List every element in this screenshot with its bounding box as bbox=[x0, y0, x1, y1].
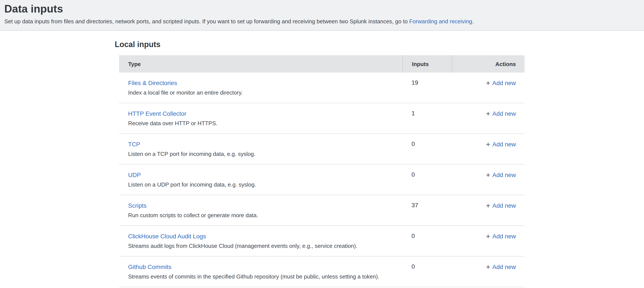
add-new-label: Add new bbox=[492, 110, 516, 117]
table-row: Github Commits Streams events of commits… bbox=[119, 256, 524, 287]
table-row: TCP Listen on a TCP port for incoming da… bbox=[119, 134, 524, 164]
table-row: UDP Listen on a UDP port for incoming da… bbox=[119, 164, 524, 195]
input-type-description: Streams events of commits in the specifi… bbox=[128, 273, 402, 281]
plus-icon: + bbox=[486, 140, 490, 149]
data-inputs-page: Data inputs Set up data inputs from file… bbox=[0, 0, 644, 288]
input-type-link[interactable]: HTTP Event Collector bbox=[128, 110, 186, 117]
plus-icon: + bbox=[486, 232, 490, 241]
input-count: 0 bbox=[402, 232, 452, 256]
column-header-inputs: Inputs bbox=[402, 55, 452, 73]
plus-icon: + bbox=[486, 202, 490, 210]
table-row: ClickHouse Cloud Audit Logs Streams audi… bbox=[119, 226, 524, 256]
plus-icon: + bbox=[486, 79, 490, 88]
page-title: Data inputs bbox=[4, 3, 635, 15]
input-type-link[interactable]: UDP bbox=[128, 171, 141, 178]
add-new-link[interactable]: +Add new bbox=[486, 233, 516, 240]
main-content: Local inputs Type Inputs Actions Files &… bbox=[0, 31, 644, 287]
add-new-label: Add new bbox=[492, 263, 516, 270]
plus-icon: + bbox=[486, 171, 490, 180]
actions-cell: +Add new bbox=[452, 79, 524, 103]
add-new-link[interactable]: +Add new bbox=[486, 263, 516, 270]
actions-cell: +Add new bbox=[452, 232, 524, 256]
input-type-link[interactable]: ClickHouse Cloud Audit Logs bbox=[128, 233, 206, 240]
input-type-description: Receive data over HTTP or HTTPS. bbox=[128, 120, 402, 127]
add-new-link[interactable]: +Add new bbox=[486, 202, 516, 209]
input-count: 0 bbox=[402, 171, 452, 195]
actions-cell: +Add new bbox=[452, 202, 524, 225]
input-type-link[interactable]: Github Commits bbox=[128, 263, 172, 270]
table-row: Scripts Run custom scripts to collect or… bbox=[119, 195, 524, 226]
table-header-row: Type Inputs Actions bbox=[119, 55, 524, 73]
add-new-link[interactable]: +Add new bbox=[486, 171, 516, 178]
input-count: 0 bbox=[402, 263, 452, 287]
add-new-label: Add new bbox=[492, 202, 516, 209]
input-count: 0 bbox=[402, 140, 452, 164]
type-cell: Files & Directories Index a local file o… bbox=[119, 79, 402, 103]
actions-cell: +Add new bbox=[452, 110, 524, 133]
forwarding-and-receiving-link[interactable]: Forwarding and receiving bbox=[409, 18, 472, 25]
add-new-label: Add new bbox=[492, 80, 516, 86]
subtitle-suffix: . bbox=[472, 18, 474, 25]
type-cell: Github Commits Streams events of commits… bbox=[119, 263, 402, 287]
add-new-link[interactable]: +Add new bbox=[486, 141, 516, 148]
plus-icon: + bbox=[486, 263, 490, 272]
table-body: Files & Directories Index a local file o… bbox=[119, 73, 524, 287]
column-header-actions: Actions bbox=[452, 55, 524, 73]
add-new-link[interactable]: +Add new bbox=[486, 110, 516, 117]
add-new-label: Add new bbox=[492, 233, 516, 240]
input-count: 19 bbox=[402, 79, 452, 103]
plus-icon: + bbox=[486, 110, 490, 119]
input-type-description: Index a local file or monitor an entire … bbox=[128, 89, 402, 97]
actions-cell: +Add new bbox=[452, 171, 524, 195]
table-row: HTTP Event Collector Receive data over H… bbox=[119, 103, 524, 134]
input-type-description: Streams audit logs from ClickHouse Cloud… bbox=[128, 243, 402, 250]
type-cell: ClickHouse Cloud Audit Logs Streams audi… bbox=[119, 232, 402, 256]
input-type-link[interactable]: TCP bbox=[128, 141, 140, 148]
type-cell: HTTP Event Collector Receive data over H… bbox=[119, 110, 402, 133]
subtitle-text: Set up data inputs from files and direct… bbox=[4, 18, 409, 25]
input-count: 1 bbox=[402, 110, 452, 133]
input-type-link[interactable]: Scripts bbox=[128, 202, 147, 209]
page-header: Data inputs Set up data inputs from file… bbox=[0, 0, 644, 31]
add-new-label: Add new bbox=[492, 141, 516, 148]
local-inputs-heading: Local inputs bbox=[115, 40, 644, 49]
actions-cell: +Add new bbox=[452, 140, 524, 164]
type-cell: UDP Listen on a UDP port for incoming da… bbox=[119, 171, 402, 195]
add-new-link[interactable]: +Add new bbox=[486, 80, 516, 86]
input-count: 37 bbox=[402, 202, 452, 225]
input-type-link[interactable]: Files & Directories bbox=[128, 80, 177, 86]
local-inputs-table: Type Inputs Actions Files & Directories … bbox=[119, 55, 524, 287]
input-type-description: Run custom scripts to collect or generat… bbox=[128, 212, 402, 219]
type-cell: TCP Listen on a TCP port for incoming da… bbox=[119, 140, 402, 164]
type-cell: Scripts Run custom scripts to collect or… bbox=[119, 202, 402, 225]
page-subtitle: Set up data inputs from files and direct… bbox=[4, 18, 635, 25]
add-new-label: Add new bbox=[492, 171, 516, 178]
table-row: Files & Directories Index a local file o… bbox=[119, 73, 524, 103]
input-type-description: Listen on a UDP port for incoming data, … bbox=[128, 181, 402, 189]
actions-cell: +Add new bbox=[452, 263, 524, 287]
column-header-type: Type bbox=[119, 55, 402, 73]
input-type-description: Listen on a TCP port for incoming data, … bbox=[128, 151, 402, 158]
